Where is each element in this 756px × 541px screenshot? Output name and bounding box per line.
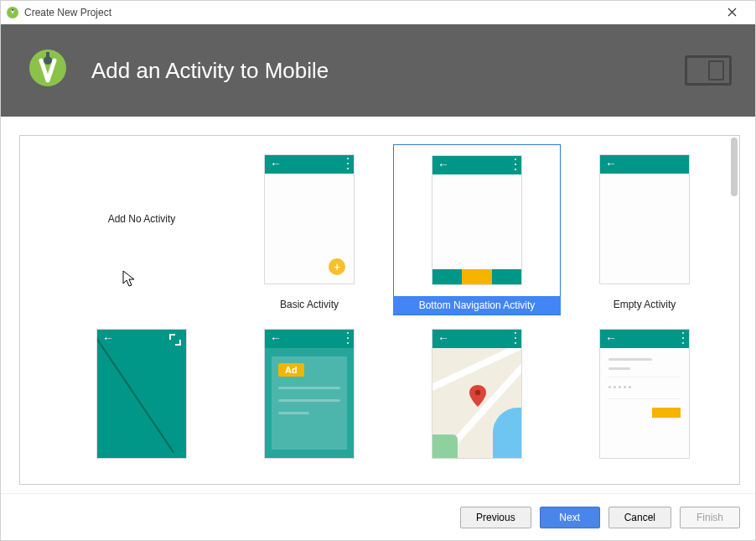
template-thumb: ←: [94, 329, 190, 428]
fab-icon: +: [329, 258, 345, 275]
back-arrow-icon: ←: [605, 159, 615, 169]
template-row: Add No Activity ← + Basic Activity: [58, 144, 702, 315]
gallery-wrap: Add No Activity ← + Basic Activity: [1, 117, 755, 493]
template-maps-activity[interactable]: ←: [393, 320, 561, 456]
more-icon: [681, 332, 684, 344]
phone-preview: ← Ad: [264, 329, 355, 459]
svg-point-1: [12, 8, 13, 10]
phone-preview: ←: [599, 154, 690, 284]
no-activity-label: Add No Activity: [96, 154, 187, 284]
scrollbar-thumb[interactable]: [731, 138, 738, 196]
template-thumb: ←: [597, 329, 693, 428]
phone-preview: ←: [96, 329, 187, 459]
previous-button[interactable]: Previous: [460, 507, 531, 528]
back-arrow-icon: ←: [605, 333, 615, 343]
template-caption: Basic Activity: [225, 295, 393, 314]
template-row: ← Fullscreen Activity ←: [58, 320, 702, 456]
page-title: Add an Activity to Mobile: [91, 58, 685, 84]
template-thumb: ← +: [261, 153, 358, 285]
template-basic-activity[interactable]: ← + Basic Activity: [225, 144, 393, 315]
template-bottom-navigation-activity[interactable]: ← Bottom Navigation Activity: [393, 144, 561, 315]
template-no-activity[interactable]: Add No Activity: [58, 144, 225, 315]
title-bar: Create New Project: [1, 1, 755, 24]
back-arrow-icon: ←: [270, 159, 280, 169]
template-thumb: ←: [597, 153, 693, 285]
app-icon: [6, 6, 19, 19]
back-arrow-icon: ←: [438, 333, 448, 343]
more-icon: [346, 332, 349, 344]
template-empty-activity[interactable]: ← Empty Activity: [561, 144, 728, 315]
ad-badge: Ad: [278, 363, 304, 377]
phone-preview: ←: [599, 329, 690, 459]
form-factor-icon: [685, 55, 732, 86]
finish-button[interactable]: Finish: [680, 507, 740, 528]
fullscreen-icon: [170, 335, 180, 345]
template-gallery: Add No Activity ← + Basic Activity: [19, 135, 740, 485]
template-caption: Bottom Navigation Activity: [393, 296, 561, 315]
more-icon: [514, 159, 516, 170]
template-thumb: ←: [429, 329, 526, 428]
wizard-header: Add an Activity to Mobile: [1, 24, 755, 117]
more-icon: [346, 158, 349, 169]
phone-preview: ← +: [264, 154, 355, 284]
template-fullscreen-activity[interactable]: ← Fullscreen Activity: [58, 320, 225, 456]
svg-point-5: [475, 390, 480, 395]
back-arrow-icon: ←: [438, 159, 448, 169]
bottom-nav-icon: [432, 269, 521, 284]
back-arrow-icon: ←: [270, 333, 280, 343]
phone-preview: ←: [432, 329, 522, 459]
template-caption: Empty Activity: [561, 295, 728, 314]
template-thumb: Add No Activity: [94, 153, 190, 285]
login-button-icon: [652, 408, 681, 418]
cancel-button[interactable]: Cancel: [608, 507, 671, 528]
more-icon: [514, 332, 516, 344]
wizard-footer: Previous Next Cancel Finish: [1, 493, 755, 540]
close-button[interactable]: [715, 1, 748, 24]
svg-rect-4: [46, 52, 49, 59]
android-studio-logo-icon: [24, 47, 71, 94]
template-admob-activity[interactable]: ← Ad Google AdMob Ads: [225, 320, 393, 456]
next-button[interactable]: Next: [540, 507, 600, 528]
template-thumb: ←: [429, 153, 526, 286]
phone-preview: ←: [432, 155, 522, 285]
back-arrow-icon: ←: [102, 333, 112, 343]
template-thumb: ← Ad: [261, 329, 358, 428]
window-title: Create New Project: [24, 7, 715, 18]
template-caption: [58, 295, 225, 314]
map-pin-icon: [469, 385, 486, 407]
template-login-activity[interactable]: ← Login Activity: [561, 320, 728, 456]
